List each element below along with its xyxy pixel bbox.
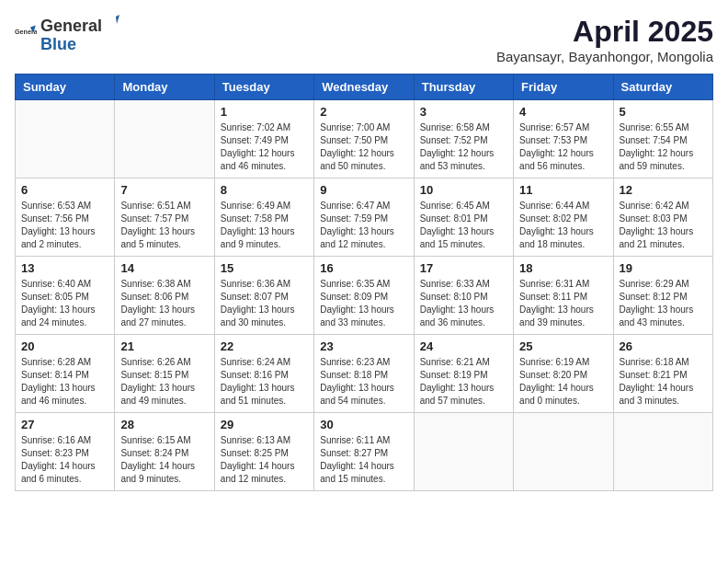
calendar-cell: 26Sunrise: 6:18 AM Sunset: 8:21 PM Dayli…: [613, 335, 712, 413]
calendar-cell: [414, 413, 513, 491]
day-number: 14: [120, 261, 208, 275]
calendar-cell: 20Sunrise: 6:28 AM Sunset: 8:14 PM Dayli…: [16, 335, 115, 413]
day-info: Sunrise: 6:57 AM Sunset: 7:53 PM Dayligh…: [519, 121, 607, 173]
calendar-cell: 5Sunrise: 6:55 AM Sunset: 7:54 PM Daylig…: [613, 100, 712, 178]
day-info: Sunrise: 6:19 AM Sunset: 8:20 PM Dayligh…: [519, 356, 607, 408]
calendar-week-row: 6Sunrise: 6:53 AM Sunset: 7:56 PM Daylig…: [16, 178, 713, 257]
day-number: 21: [120, 339, 208, 353]
day-number: 19: [620, 261, 707, 275]
calendar-week-row: 27Sunrise: 6:16 AM Sunset: 8:23 PM Dayli…: [16, 413, 713, 491]
day-number: 11: [519, 183, 607, 197]
logo-icon: General: [15, 23, 37, 45]
day-number: 20: [21, 339, 108, 353]
day-number: 12: [620, 183, 707, 197]
day-number: 17: [420, 261, 507, 275]
weekday-header-row: SundayMondayTuesdayWednesdayThursdayFrid…: [16, 75, 713, 100]
calendar-week-row: 1Sunrise: 7:02 AM Sunset: 7:49 PM Daylig…: [16, 100, 713, 178]
day-number: 15: [221, 261, 308, 275]
calendar-cell: 4Sunrise: 6:57 AM Sunset: 7:53 PM Daylig…: [514, 100, 613, 178]
day-info: Sunrise: 6:33 AM Sunset: 8:10 PM Dayligh…: [420, 278, 507, 329]
day-info: Sunrise: 6:55 AM Sunset: 7:54 PM Dayligh…: [620, 121, 707, 173]
calendar-cell: 24Sunrise: 6:21 AM Sunset: 8:19 PM Dayli…: [414, 335, 513, 413]
location-title: Bayansayr, Bayanhongor, Mongolia: [496, 49, 713, 64]
calendar-cell: 7Sunrise: 6:51 AM Sunset: 7:57 PM Daylig…: [115, 178, 214, 257]
day-info: Sunrise: 6:51 AM Sunset: 7:57 PM Dayligh…: [120, 200, 208, 251]
logo: General General Blue: [15, 15, 120, 54]
calendar-cell: 3Sunrise: 6:58 AM Sunset: 7:52 PM Daylig…: [414, 100, 513, 178]
calendar-cell: 18Sunrise: 6:31 AM Sunset: 8:11 PM Dayli…: [514, 257, 613, 335]
day-number: 7: [120, 183, 208, 197]
calendar-cell: [115, 100, 214, 178]
weekday-header-saturday: Saturday: [613, 75, 712, 100]
day-number: 30: [320, 418, 407, 431]
calendar-cell: [613, 413, 712, 491]
day-info: Sunrise: 6:44 AM Sunset: 8:02 PM Dayligh…: [519, 200, 607, 251]
day-info: Sunrise: 6:42 AM Sunset: 8:03 PM Dayligh…: [620, 200, 707, 251]
calendar-cell: 23Sunrise: 6:23 AM Sunset: 8:18 PM Dayli…: [314, 335, 414, 413]
day-info: Sunrise: 6:58 AM Sunset: 7:52 PM Dayligh…: [420, 121, 507, 173]
day-info: Sunrise: 6:29 AM Sunset: 8:12 PM Dayligh…: [620, 278, 707, 329]
day-number: 24: [420, 339, 507, 353]
header: General General Blue April 2025 Bayansay…: [15, 15, 713, 64]
day-info: Sunrise: 6:49 AM Sunset: 7:58 PM Dayligh…: [221, 200, 308, 251]
day-info: Sunrise: 7:00 AM Sunset: 7:50 PM Dayligh…: [320, 121, 407, 173]
logo-bird-icon: [103, 15, 119, 31]
weekday-header-thursday: Thursday: [414, 75, 513, 100]
day-number: 25: [519, 339, 607, 353]
weekday-header-wednesday: Wednesday: [314, 75, 414, 100]
day-info: Sunrise: 6:28 AM Sunset: 8:14 PM Dayligh…: [21, 356, 108, 408]
calendar-cell: 1Sunrise: 7:02 AM Sunset: 7:49 PM Daylig…: [214, 100, 313, 178]
logo-text-blue: Blue: [40, 36, 120, 54]
day-info: Sunrise: 6:47 AM Sunset: 7:59 PM Dayligh…: [320, 200, 407, 251]
calendar-table: SundayMondayTuesdayWednesdayThursdayFrid…: [15, 74, 713, 491]
calendar-week-row: 20Sunrise: 6:28 AM Sunset: 8:14 PM Dayli…: [16, 335, 713, 413]
day-number: 27: [21, 418, 108, 431]
calendar-cell: 27Sunrise: 6:16 AM Sunset: 8:23 PM Dayli…: [16, 413, 115, 491]
calendar-cell: [16, 100, 115, 178]
day-number: 29: [221, 418, 308, 431]
calendar-week-row: 13Sunrise: 6:40 AM Sunset: 8:05 PM Dayli…: [16, 257, 713, 335]
day-info: Sunrise: 6:45 AM Sunset: 8:01 PM Dayligh…: [420, 200, 507, 251]
day-info: Sunrise: 6:15 AM Sunset: 8:24 PM Dayligh…: [120, 434, 208, 486]
calendar-cell: 29Sunrise: 6:13 AM Sunset: 8:25 PM Dayli…: [214, 413, 313, 491]
calendar-cell: 16Sunrise: 6:35 AM Sunset: 8:09 PM Dayli…: [314, 257, 414, 335]
title-area: April 2025 Bayansayr, Bayanhongor, Mongo…: [496, 15, 713, 64]
calendar-cell: 19Sunrise: 6:29 AM Sunset: 8:12 PM Dayli…: [613, 257, 712, 335]
day-number: 26: [620, 339, 707, 353]
day-number: 2: [320, 105, 407, 119]
calendar-cell: 6Sunrise: 6:53 AM Sunset: 7:56 PM Daylig…: [16, 178, 115, 257]
day-info: Sunrise: 6:31 AM Sunset: 8:11 PM Dayligh…: [519, 278, 607, 329]
calendar-cell: [514, 413, 613, 491]
weekday-header-friday: Friday: [514, 75, 613, 100]
month-title: April 2025: [496, 15, 713, 49]
calendar-cell: 17Sunrise: 6:33 AM Sunset: 8:10 PM Dayli…: [414, 257, 513, 335]
day-info: Sunrise: 6:23 AM Sunset: 8:18 PM Dayligh…: [320, 356, 407, 408]
day-info: Sunrise: 6:11 AM Sunset: 8:27 PM Dayligh…: [320, 434, 407, 486]
svg-marker-2: [116, 15, 119, 24]
day-info: Sunrise: 6:40 AM Sunset: 8:05 PM Dayligh…: [21, 278, 108, 329]
day-info: Sunrise: 6:53 AM Sunset: 7:56 PM Dayligh…: [21, 200, 108, 251]
calendar-cell: 8Sunrise: 6:49 AM Sunset: 7:58 PM Daylig…: [214, 178, 313, 257]
day-info: Sunrise: 6:36 AM Sunset: 8:07 PM Dayligh…: [221, 278, 308, 329]
weekday-header-tuesday: Tuesday: [214, 75, 313, 100]
day-number: 8: [221, 183, 308, 197]
calendar-cell: 2Sunrise: 7:00 AM Sunset: 7:50 PM Daylig…: [314, 100, 414, 178]
day-number: 18: [519, 261, 607, 275]
calendar-cell: 30Sunrise: 6:11 AM Sunset: 8:27 PM Dayli…: [314, 413, 414, 491]
day-number: 1: [221, 105, 308, 119]
calendar-cell: 13Sunrise: 6:40 AM Sunset: 8:05 PM Dayli…: [16, 257, 115, 335]
calendar-cell: 14Sunrise: 6:38 AM Sunset: 8:06 PM Dayli…: [115, 257, 214, 335]
day-info: Sunrise: 6:16 AM Sunset: 8:23 PM Dayligh…: [21, 434, 108, 486]
day-info: Sunrise: 6:26 AM Sunset: 8:15 PM Dayligh…: [120, 356, 208, 408]
day-info: Sunrise: 6:38 AM Sunset: 8:06 PM Dayligh…: [120, 278, 208, 329]
day-info: Sunrise: 6:21 AM Sunset: 8:19 PM Dayligh…: [420, 356, 507, 408]
calendar-cell: 15Sunrise: 6:36 AM Sunset: 8:07 PM Dayli…: [214, 257, 313, 335]
calendar-cell: 28Sunrise: 6:15 AM Sunset: 8:24 PM Dayli…: [115, 413, 214, 491]
calendar-cell: 21Sunrise: 6:26 AM Sunset: 8:15 PM Dayli…: [115, 335, 214, 413]
day-number: 23: [320, 339, 407, 353]
logo-text-general: General: [40, 17, 102, 36]
day-number: 3: [420, 105, 507, 119]
day-number: 22: [221, 339, 308, 353]
weekday-header-sunday: Sunday: [16, 75, 115, 100]
calendar-cell: 12Sunrise: 6:42 AM Sunset: 8:03 PM Dayli…: [613, 178, 712, 257]
